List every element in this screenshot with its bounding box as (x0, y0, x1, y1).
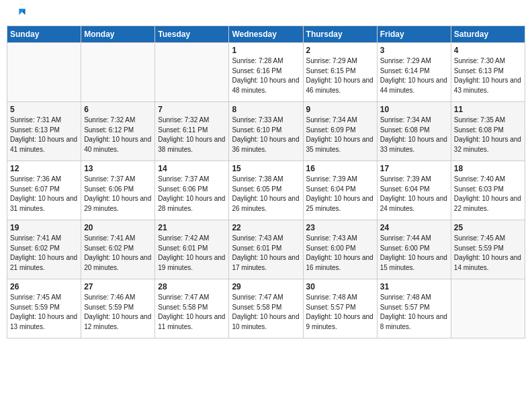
day-number: 14 (158, 164, 226, 173)
day-info: Sunrise: 7:41 AMSunset: 6:02 PMDaylight:… (84, 234, 152, 273)
day-number: 11 (454, 105, 522, 114)
day-info: Sunrise: 7:34 AMSunset: 6:09 PMDaylight:… (306, 116, 374, 154)
day-info: Sunrise: 7:43 AMSunset: 6:00 PMDaylight:… (306, 234, 374, 273)
day-number: 30 (306, 282, 374, 291)
day-info: Sunrise: 7:45 AMSunset: 5:59 PMDaylight:… (10, 293, 78, 332)
day-cell: 22Sunrise: 7:43 AMSunset: 6:01 PMDayligh… (229, 220, 303, 279)
day-cell: 1Sunrise: 7:28 AMSunset: 6:16 PMDaylight… (229, 43, 303, 102)
day-number: 17 (380, 164, 448, 173)
day-info: Sunrise: 7:42 AMSunset: 6:01 PMDaylight:… (158, 234, 226, 273)
day-number: 10 (380, 105, 448, 114)
day-number: 21 (158, 223, 226, 232)
day-info: Sunrise: 7:29 AMSunset: 6:15 PMDaylight:… (306, 56, 374, 95)
day-number: 27 (84, 282, 152, 291)
day-number: 28 (158, 282, 226, 291)
day-cell: 5Sunrise: 7:31 AMSunset: 6:13 PMDaylight… (7, 102, 81, 161)
svg-rect-0 (9, 7, 25, 20)
day-info: Sunrise: 7:35 AMSunset: 6:08 PMDaylight:… (454, 116, 522, 154)
week-row-5: 26Sunrise: 7:45 AMSunset: 5:59 PMDayligh… (7, 279, 525, 338)
day-cell: 23Sunrise: 7:43 AMSunset: 6:00 PMDayligh… (303, 220, 377, 279)
day-info: Sunrise: 7:48 AMSunset: 5:57 PMDaylight:… (306, 293, 374, 332)
day-number: 22 (232, 223, 300, 232)
calendar-header: SundayMondayTuesdayWednesdayThursdayFrid… (7, 26, 525, 43)
day-info: Sunrise: 7:32 AMSunset: 6:12 PMDaylight:… (84, 116, 152, 154)
day-info: Sunrise: 7:39 AMSunset: 6:04 PMDaylight:… (306, 175, 374, 214)
calendar-table: SundayMondayTuesdayWednesdayThursdayFrid… (7, 26, 525, 338)
day-cell: 19Sunrise: 7:41 AMSunset: 6:02 PMDayligh… (7, 220, 81, 279)
day-cell: 27Sunrise: 7:46 AMSunset: 5:59 PMDayligh… (81, 279, 155, 338)
day-cell: 7Sunrise: 7:32 AMSunset: 6:11 PMDaylight… (155, 102, 229, 161)
day-number: 16 (306, 164, 374, 173)
week-row-2: 5Sunrise: 7:31 AMSunset: 6:13 PMDaylight… (7, 102, 525, 161)
day-info: Sunrise: 7:37 AMSunset: 6:06 PMDaylight:… (84, 175, 152, 214)
page-header (7, 7, 525, 20)
day-cell: 24Sunrise: 7:44 AMSunset: 6:00 PMDayligh… (377, 220, 451, 279)
day-cell: 14Sunrise: 7:37 AMSunset: 6:06 PMDayligh… (155, 161, 229, 220)
day-cell: 30Sunrise: 7:48 AMSunset: 5:57 PMDayligh… (303, 279, 377, 338)
day-cell: 31Sunrise: 7:48 AMSunset: 5:57 PMDayligh… (377, 279, 451, 338)
day-cell: 12Sunrise: 7:36 AMSunset: 6:07 PMDayligh… (7, 161, 81, 220)
day-cell (81, 43, 155, 102)
day-cell: 25Sunrise: 7:45 AMSunset: 5:59 PMDayligh… (451, 220, 525, 279)
day-info: Sunrise: 7:30 AMSunset: 6:13 PMDaylight:… (454, 56, 522, 95)
day-number: 3 (380, 46, 448, 55)
day-cell: 18Sunrise: 7:40 AMSunset: 6:03 PMDayligh… (451, 161, 525, 220)
day-cell: 29Sunrise: 7:47 AMSunset: 5:58 PMDayligh… (229, 279, 303, 338)
day-cell: 26Sunrise: 7:45 AMSunset: 5:59 PMDayligh… (7, 279, 81, 338)
day-number: 6 (84, 105, 152, 114)
column-header-thursday: Thursday (303, 26, 377, 43)
day-cell: 16Sunrise: 7:39 AMSunset: 6:04 PMDayligh… (303, 161, 377, 220)
week-row-3: 12Sunrise: 7:36 AMSunset: 6:07 PMDayligh… (7, 161, 525, 220)
day-info: Sunrise: 7:29 AMSunset: 6:14 PMDaylight:… (380, 56, 448, 95)
column-header-wednesday: Wednesday (229, 26, 303, 43)
day-info: Sunrise: 7:45 AMSunset: 5:59 PMDaylight:… (454, 234, 522, 273)
day-cell: 4Sunrise: 7:30 AMSunset: 6:13 PMDaylight… (451, 43, 525, 102)
day-number: 2 (306, 46, 374, 55)
week-row-4: 19Sunrise: 7:41 AMSunset: 6:02 PMDayligh… (7, 220, 525, 279)
day-number: 25 (454, 223, 522, 232)
day-cell: 13Sunrise: 7:37 AMSunset: 6:06 PMDayligh… (81, 161, 155, 220)
logo-icon (9, 7, 26, 20)
header-row: SundayMondayTuesdayWednesdayThursdayFrid… (7, 26, 525, 43)
day-info: Sunrise: 7:44 AMSunset: 6:00 PMDaylight:… (380, 234, 448, 273)
day-cell: 9Sunrise: 7:34 AMSunset: 6:09 PMDaylight… (303, 102, 377, 161)
day-info: Sunrise: 7:48 AMSunset: 5:57 PMDaylight:… (380, 293, 448, 332)
day-number: 31 (380, 282, 448, 291)
day-number: 9 (306, 105, 374, 114)
day-info: Sunrise: 7:46 AMSunset: 5:59 PMDaylight:… (84, 293, 152, 332)
day-info: Sunrise: 7:34 AMSunset: 6:08 PMDaylight:… (380, 116, 448, 154)
column-header-tuesday: Tuesday (155, 26, 229, 43)
day-cell: 21Sunrise: 7:42 AMSunset: 6:01 PMDayligh… (155, 220, 229, 279)
day-number: 20 (84, 223, 152, 232)
day-cell: 11Sunrise: 7:35 AMSunset: 6:08 PMDayligh… (451, 102, 525, 161)
day-number: 1 (232, 46, 300, 55)
day-number: 13 (84, 164, 152, 173)
day-number: 5 (10, 105, 78, 114)
day-number: 12 (10, 164, 78, 173)
day-cell: 2Sunrise: 7:29 AMSunset: 6:15 PMDaylight… (303, 43, 377, 102)
day-number: 19 (10, 223, 78, 232)
day-info: Sunrise: 7:40 AMSunset: 6:03 PMDaylight:… (454, 175, 522, 214)
day-number: 4 (454, 46, 522, 55)
day-number: 18 (454, 164, 522, 173)
logo (9, 7, 28, 20)
day-info: Sunrise: 7:32 AMSunset: 6:11 PMDaylight:… (158, 116, 226, 154)
day-cell (451, 279, 525, 338)
day-info: Sunrise: 7:47 AMSunset: 5:58 PMDaylight:… (158, 293, 226, 332)
day-cell: 28Sunrise: 7:47 AMSunset: 5:58 PMDayligh… (155, 279, 229, 338)
day-info: Sunrise: 7:28 AMSunset: 6:16 PMDaylight:… (232, 56, 300, 95)
day-info: Sunrise: 7:31 AMSunset: 6:13 PMDaylight:… (10, 116, 78, 154)
day-cell (7, 43, 81, 102)
calendar-body: 1Sunrise: 7:28 AMSunset: 6:16 PMDaylight… (7, 43, 525, 338)
column-header-monday: Monday (81, 26, 155, 43)
day-number: 8 (232, 105, 300, 114)
week-row-1: 1Sunrise: 7:28 AMSunset: 6:16 PMDaylight… (7, 43, 525, 102)
day-number: 24 (380, 223, 448, 232)
day-info: Sunrise: 7:37 AMSunset: 6:06 PMDaylight:… (158, 175, 226, 214)
column-header-saturday: Saturday (451, 26, 525, 43)
day-info: Sunrise: 7:39 AMSunset: 6:04 PMDaylight:… (380, 175, 448, 214)
day-number: 7 (158, 105, 226, 114)
column-header-friday: Friday (377, 26, 451, 43)
day-cell: 17Sunrise: 7:39 AMSunset: 6:04 PMDayligh… (377, 161, 451, 220)
day-cell: 3Sunrise: 7:29 AMSunset: 6:14 PMDaylight… (377, 43, 451, 102)
